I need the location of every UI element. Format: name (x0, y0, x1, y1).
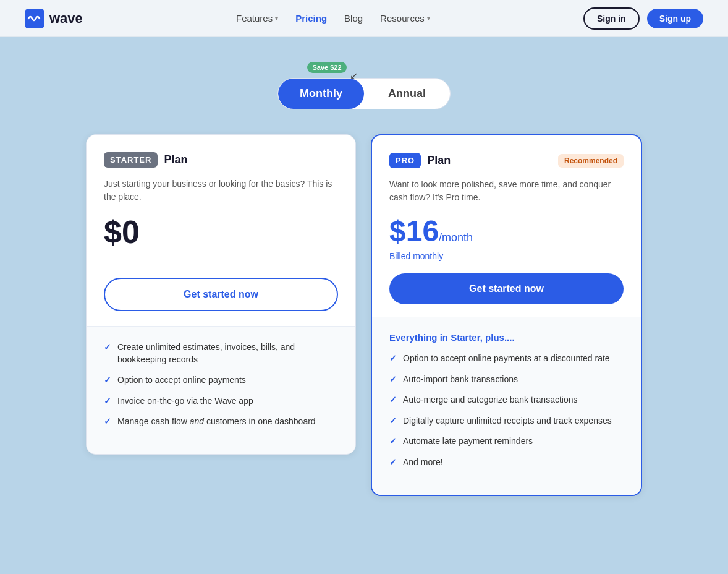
pro-price-period: /month (439, 231, 473, 244)
monthly-toggle-button[interactable]: Monthly (278, 79, 364, 109)
arrow-down-icon: ↙ (350, 70, 358, 82)
pro-price-amount: $16 (389, 215, 439, 247)
starter-card-header: STARTER Plan Just starting your business… (87, 135, 355, 326)
pro-billed-note: Billed monthly (389, 251, 624, 261)
list-item: ✓ Invoice on-the-go via the Wave app (104, 395, 338, 408)
pro-feature-4: Digitally capture unlimited receipts and… (403, 415, 612, 427)
pro-badge: PRO (389, 153, 421, 168)
nav-pricing[interactable]: Pricing (295, 13, 327, 24)
starter-price: $0 (104, 216, 338, 248)
starter-feature-3: Invoice on-the-go via the Wave app (117, 395, 253, 408)
pro-plan-card: PRO Plan Recommended Want to look more p… (371, 134, 642, 496)
starter-plan-description: Just starting your business or looking f… (104, 178, 338, 203)
starter-feature-4: Manage cash flow and customers in one da… (117, 416, 316, 428)
wave-logo-icon (25, 9, 44, 28)
resources-chevron-icon: ▾ (427, 15, 430, 22)
starter-features-section: ✓ Create unlimited estimates, invoices, … (87, 326, 355, 454)
check-icon: ✓ (104, 416, 111, 426)
starter-feature-1: Create unlimited estimates, invoices, bi… (117, 341, 338, 366)
list-item: ✓ Auto-import bank transactions (389, 374, 624, 386)
billing-toggle-wrapper: Save $22 ↙ Monthly Annual (277, 62, 451, 109)
nav-features[interactable]: Features ▾ (236, 13, 278, 24)
billing-toggle: Monthly Annual (277, 78, 451, 109)
starter-plan-name: Plan (164, 153, 187, 166)
list-item: ✓ Option to accept online payments at a … (389, 353, 624, 365)
check-icon: ✓ (389, 374, 397, 384)
check-icon: ✓ (389, 416, 397, 426)
check-icon: ✓ (389, 353, 397, 363)
list-item: ✓ Digitally capture unlimited receipts a… (389, 415, 624, 427)
list-item: ✓ Automate late payment reminders (389, 435, 624, 448)
pro-plan-description: Want to look more polished, save more ti… (389, 178, 624, 204)
check-icon: ✓ (389, 436, 397, 446)
pricing-cards: STARTER Plan Just starting your business… (86, 134, 642, 496)
starter-plan-title-row: STARTER Plan (104, 152, 338, 168)
header-actions: Sign in Sign up (583, 7, 703, 30)
list-item: ✓ Option to accept online payments (104, 374, 338, 387)
pro-feature-3: Auto-merge and categorize bank transacti… (403, 394, 578, 406)
save-badge: Save $22 (307, 62, 346, 73)
pro-card-header: PRO Plan Recommended Want to look more p… (372, 135, 641, 317)
pro-feature-5: Automate late payment reminders (403, 435, 533, 448)
logo-text: wave (49, 11, 83, 27)
check-icon: ✓ (104, 342, 111, 352)
check-icon: ✓ (104, 396, 111, 406)
pro-feature-6: And more! (403, 456, 443, 469)
starter-cta-button[interactable]: Get started now (104, 278, 338, 311)
sign-up-button[interactable]: Sign up (647, 9, 703, 28)
save-badge-wrapper: Save $22 ↙ (307, 62, 346, 73)
main-content: Save $22 ↙ Monthly Annual STARTER Plan J… (0, 37, 728, 533)
pro-feature-2: Auto-import bank transactions (403, 374, 518, 386)
starter-feature-2: Option to accept online payments (117, 374, 246, 387)
recommended-badge: Recommended (558, 154, 624, 168)
list-item: ✓ And more! (389, 456, 624, 469)
pro-plan-name: Plan (427, 154, 451, 167)
pro-plan-title-row: PRO Plan Recommended (389, 153, 624, 168)
nav-blog[interactable]: Blog (344, 13, 363, 24)
sign-in-button[interactable]: Sign in (583, 7, 640, 30)
header: wave Features ▾ Pricing Blog Resources ▾… (0, 0, 728, 37)
nav-resources[interactable]: Resources ▾ (380, 13, 430, 24)
list-item: ✓ Auto-merge and categorize bank transac… (389, 394, 624, 406)
check-icon: ✓ (389, 457, 397, 467)
check-icon: ✓ (104, 375, 111, 385)
list-item: ✓ Create unlimited estimates, invoices, … (104, 341, 338, 366)
pro-features-heading: Everything in Starter, plus.... (389, 332, 624, 343)
pro-feature-1: Option to accept online payments at a di… (403, 353, 610, 365)
pro-features-section: Everything in Starter, plus.... ✓ Option… (372, 317, 641, 495)
starter-plan-card: STARTER Plan Just starting your business… (86, 134, 356, 455)
check-icon: ✓ (389, 395, 397, 405)
features-chevron-icon: ▾ (275, 15, 278, 22)
annual-toggle-button[interactable]: Annual (364, 79, 450, 109)
starter-price-amount: $0 (104, 214, 140, 250)
starter-badge: STARTER (104, 152, 158, 168)
pro-price-row: $16/month (389, 216, 624, 246)
pro-cta-button[interactable]: Get started now (389, 273, 624, 304)
main-nav: Features ▾ Pricing Blog Resources ▾ (236, 13, 430, 24)
logo[interactable]: wave (25, 9, 83, 28)
list-item: ✓ Manage cash flow and customers in one … (104, 416, 338, 428)
